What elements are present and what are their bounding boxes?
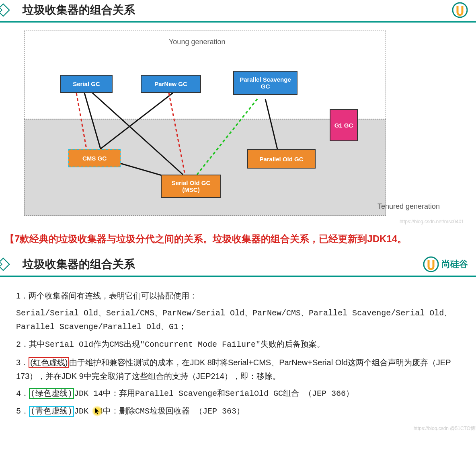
slide1-title: 垃圾收集器的组合关系	[23, 2, 452, 18]
point-3-body: 由于维护和兼容性测试的成本，在JDK 8时将Serial+CMS、ParNew+…	[16, 358, 451, 381]
diamond-icon	[0, 3, 10, 17]
red-dash-tag: (红色虚线)	[29, 357, 69, 368]
slide-2: 垃圾收集器的组合关系 尚硅谷 1．两个收集器间有连线，表明它们可以搭配使用： S…	[0, 254, 476, 430]
point-1-body: Serial/Serial Old、Serial/CMS、ParNew/Seri…	[16, 307, 460, 334]
slide2-content: 1．两个收集器间有连线，表明它们可以搭配使用： Serial/Serial Ol…	[0, 277, 476, 430]
point-3: 3．(红色虚线)由于维护和兼容性测试的成本，在JDK 8时将Serial+CMS…	[16, 356, 460, 383]
slide1-header: 垃圾收集器的组合关系	[0, 0, 476, 23]
parallel-old-gc-box: Parallel Old GC	[247, 149, 316, 169]
svg-rect-11	[0, 258, 9, 271]
serial-gc-box: Serial GC	[60, 75, 113, 93]
cyan-dash-tag: (青色虚线)	[29, 406, 74, 417]
caption-text: 【7款经典的垃圾收集器与垃圾分代之间的关系。垃圾收集器的组合关系，已经更新到JD…	[0, 220, 476, 254]
slide2-title: 垃圾收集器的组合关系	[23, 257, 423, 272]
serial-old-gc-box: Serial Old GC (MSC)	[161, 175, 221, 198]
watermark-2: https://blog.csdn @51CTO博客	[414, 424, 476, 430]
slide-1: 垃圾收集器的组合关系 Young generation Tenured gene…	[0, 0, 476, 216]
cursor-arrow-icon	[94, 407, 101, 415]
point-5-lead: 5．	[16, 407, 29, 416]
watermark-1: https://blog.csdn.net/nrsc0401	[400, 219, 464, 224]
point-4: 4．(绿色虚线)JDK 14中：弃用Parallel Scavenge和Seri…	[16, 387, 460, 401]
point-2: 2．其中Serial Old作为CMS出现"Concurrent Mode Fa…	[16, 338, 460, 352]
brand-logo-icon	[452, 2, 468, 18]
svg-rect-12	[0, 261, 2, 267]
slide2-header: 垃圾收集器的组合关系 尚硅谷	[0, 254, 476, 277]
tenured-gen-label: Tenured generation	[378, 202, 440, 211]
gc-diagram: Young generation Tenured generation Seri…	[24, 31, 452, 216]
young-gen-label: Young generation	[169, 38, 225, 46]
svg-rect-1	[0, 7, 2, 13]
point-1-lead: 1．两个收集器间有连线，表明它们可以搭配使用：	[16, 289, 460, 303]
svg-rect-0	[0, 4, 9, 16]
parnew-gc-box: ParNew GC	[141, 75, 201, 93]
green-dash-tag: (绿色虚线)	[29, 388, 74, 399]
point-4-body: JDK 14中：弃用Parallel Scavenge和SerialOld GC…	[74, 389, 354, 398]
g1-gc-box: G1 GC	[330, 109, 358, 141]
brand-name: 尚硅谷	[441, 258, 468, 270]
cms-gc-box: CMS GC	[68, 149, 121, 167]
diamond-icon	[0, 257, 10, 272]
brand-logo-icon	[423, 256, 439, 272]
point-3-lead: 3．	[16, 358, 29, 367]
parallel-scavenge-gc-box: Parallel Scavenge GC	[233, 71, 298, 95]
point-4-lead: 4．	[16, 389, 29, 398]
point-5: 5．(青色虚线)JDK 14中：删除CMS垃圾回收器 （JEP 363）	[16, 405, 460, 418]
